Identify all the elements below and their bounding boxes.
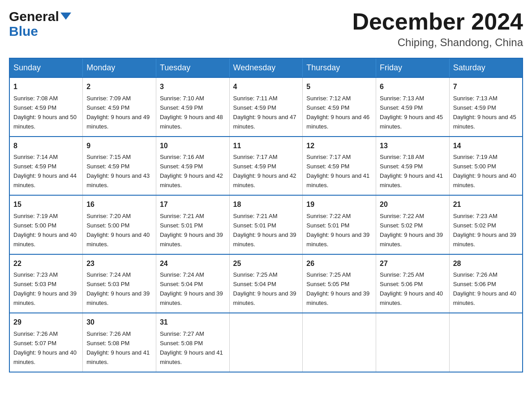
calendar-cell: [303, 313, 376, 372]
day-number: 18: [233, 199, 299, 210]
day-info: Sunrise: 7:21 AMSunset: 5:01 PMDaylight:…: [160, 213, 223, 248]
calendar-cell: 26 Sunrise: 7:25 AMSunset: 5:05 PMDaylig…: [303, 254, 376, 313]
day-number: 30: [86, 317, 152, 328]
day-info: Sunrise: 7:13 AMSunset: 4:59 PMDaylight:…: [380, 95, 443, 130]
day-number: 9: [86, 141, 152, 152]
day-info: Sunrise: 7:25 AMSunset: 5:05 PMDaylight:…: [306, 271, 369, 306]
day-info: Sunrise: 7:19 AMSunset: 5:00 PMDaylight:…: [13, 213, 77, 248]
calendar-cell: 25 Sunrise: 7:25 AMSunset: 5:04 PMDaylig…: [229, 254, 303, 313]
day-info: Sunrise: 7:17 AMSunset: 4:59 PMDaylight:…: [306, 154, 369, 188]
calendar-cell: 1 Sunrise: 7:08 AMSunset: 4:59 PMDayligh…: [9, 77, 83, 136]
day-number: 20: [380, 199, 446, 210]
day-info: Sunrise: 7:26 AMSunset: 5:07 PMDaylight:…: [13, 330, 77, 365]
day-number: 17: [160, 199, 226, 210]
day-info: Sunrise: 7:17 AMSunset: 4:59 PMDaylight:…: [233, 154, 296, 188]
day-info: Sunrise: 7:18 AMSunset: 4:59 PMDaylight:…: [380, 154, 443, 188]
day-info: Sunrise: 7:23 AMSunset: 5:03 PMDaylight:…: [13, 271, 77, 306]
day-number: 11: [233, 141, 299, 152]
day-info: Sunrise: 7:16 AMSunset: 4:59 PMDaylight:…: [160, 154, 223, 188]
day-number: 26: [306, 258, 372, 270]
day-info: Sunrise: 7:09 AMSunset: 4:59 PMDaylight:…: [86, 95, 150, 130]
day-number: 21: [453, 199, 519, 210]
calendar-cell: 9 Sunrise: 7:15 AMSunset: 4:59 PMDayligh…: [83, 137, 156, 195]
calendar-cell: 15 Sunrise: 7:19 AMSunset: 5:00 PMDaylig…: [9, 195, 83, 254]
calendar-cell: 29 Sunrise: 7:26 AMSunset: 5:07 PMDaylig…: [9, 313, 83, 372]
header-tuesday: Tuesday: [156, 58, 229, 77]
day-number: 31: [160, 317, 226, 328]
calendar-week-row: 29 Sunrise: 7:26 AMSunset: 5:07 PMDaylig…: [9, 313, 523, 372]
header-friday: Friday: [376, 58, 450, 77]
day-info: Sunrise: 7:22 AMSunset: 5:02 PMDaylight:…: [380, 213, 443, 248]
logo-triangle-icon: [60, 13, 71, 20]
weekday-header-row: Sunday Monday Tuesday Wednesday Thursday…: [9, 58, 523, 77]
day-info: Sunrise: 7:14 AMSunset: 4:59 PMDaylight:…: [13, 154, 77, 188]
day-number: 28: [453, 258, 519, 270]
day-number: 5: [306, 81, 372, 93]
day-number: 24: [160, 258, 226, 270]
day-info: Sunrise: 7:10 AMSunset: 4:59 PMDaylight:…: [160, 95, 223, 130]
calendar-cell: [229, 313, 303, 372]
day-info: Sunrise: 7:27 AMSunset: 5:08 PMDaylight:…: [160, 330, 223, 365]
header-wednesday: Wednesday: [229, 58, 303, 77]
calendar-cell: 3 Sunrise: 7:10 AMSunset: 4:59 PMDayligh…: [156, 77, 229, 136]
calendar-cell: 8 Sunrise: 7:14 AMSunset: 4:59 PMDayligh…: [9, 137, 83, 195]
day-number: 27: [380, 258, 446, 270]
day-number: 14: [453, 141, 519, 152]
calendar-cell: 5 Sunrise: 7:12 AMSunset: 4:59 PMDayligh…: [303, 77, 376, 136]
day-number: 15: [13, 199, 79, 210]
day-number: 13: [380, 141, 446, 152]
day-number: 10: [160, 141, 226, 152]
day-info: Sunrise: 7:26 AMSunset: 5:08 PMDaylight:…: [86, 330, 150, 365]
day-number: 16: [86, 199, 152, 210]
day-number: 2: [86, 81, 152, 93]
day-number: 1: [13, 81, 79, 93]
calendar-cell: 16 Sunrise: 7:20 AMSunset: 5:00 PMDaylig…: [83, 195, 156, 254]
calendar-week-row: 15 Sunrise: 7:19 AMSunset: 5:00 PMDaylig…: [9, 195, 523, 254]
day-number: 4: [233, 81, 299, 93]
logo: General Blue: [9, 9, 71, 39]
day-number: 25: [233, 258, 299, 270]
calendar-cell: [449, 313, 523, 372]
calendar-cell: 12 Sunrise: 7:17 AMSunset: 4:59 PMDaylig…: [303, 137, 376, 195]
calendar-cell: 10 Sunrise: 7:16 AMSunset: 4:59 PMDaylig…: [156, 137, 229, 195]
calendar-cell: 18 Sunrise: 7:21 AMSunset: 5:01 PMDaylig…: [229, 195, 303, 254]
day-number: 22: [13, 258, 79, 270]
calendar-cell: 27 Sunrise: 7:25 AMSunset: 5:06 PMDaylig…: [376, 254, 450, 313]
calendar-cell: 2 Sunrise: 7:09 AMSunset: 4:59 PMDayligh…: [83, 77, 156, 136]
calendar-cell: 21 Sunrise: 7:23 AMSunset: 5:02 PMDaylig…: [449, 195, 523, 254]
calendar-table: Sunday Monday Tuesday Wednesday Thursday…: [9, 58, 523, 372]
calendar-cell: 13 Sunrise: 7:18 AMSunset: 4:59 PMDaylig…: [376, 137, 450, 195]
day-number: 29: [13, 317, 79, 328]
day-info: Sunrise: 7:12 AMSunset: 4:59 PMDaylight:…: [306, 95, 369, 130]
calendar-cell: 22 Sunrise: 7:23 AMSunset: 5:03 PMDaylig…: [9, 254, 83, 313]
calendar-cell: 30 Sunrise: 7:26 AMSunset: 5:08 PMDaylig…: [83, 313, 156, 372]
location-title: Chiping, Shandong, China: [352, 36, 523, 49]
day-info: Sunrise: 7:20 AMSunset: 5:00 PMDaylight:…: [86, 213, 150, 248]
day-info: Sunrise: 7:24 AMSunset: 5:03 PMDaylight:…: [86, 271, 150, 306]
calendar-cell: 20 Sunrise: 7:22 AMSunset: 5:02 PMDaylig…: [376, 195, 450, 254]
day-info: Sunrise: 7:26 AMSunset: 5:06 PMDaylight:…: [453, 271, 516, 306]
page-header: General Blue December 2024 Chiping, Shan…: [9, 9, 523, 49]
day-info: Sunrise: 7:11 AMSunset: 4:59 PMDaylight:…: [233, 95, 296, 130]
day-info: Sunrise: 7:23 AMSunset: 5:02 PMDaylight:…: [453, 213, 516, 248]
calendar-week-row: 22 Sunrise: 7:23 AMSunset: 5:03 PMDaylig…: [9, 254, 523, 313]
day-number: 6: [380, 81, 446, 93]
logo-line1: General: [9, 9, 71, 24]
calendar-week-row: 8 Sunrise: 7:14 AMSunset: 4:59 PMDayligh…: [9, 137, 523, 195]
calendar-cell: 24 Sunrise: 7:24 AMSunset: 5:04 PMDaylig…: [156, 254, 229, 313]
month-title: December 2024: [352, 9, 523, 34]
day-info: Sunrise: 7:22 AMSunset: 5:01 PMDaylight:…: [306, 213, 369, 248]
day-info: Sunrise: 7:25 AMSunset: 5:06 PMDaylight:…: [380, 271, 443, 306]
header-sunday: Sunday: [9, 58, 83, 77]
calendar-cell: 4 Sunrise: 7:11 AMSunset: 4:59 PMDayligh…: [229, 77, 303, 136]
calendar-cell: 14 Sunrise: 7:19 AMSunset: 5:00 PMDaylig…: [449, 137, 523, 195]
month-title-block: December 2024 Chiping, Shandong, China: [352, 9, 523, 49]
day-info: Sunrise: 7:21 AMSunset: 5:01 PMDaylight:…: [233, 213, 296, 248]
calendar-cell: 23 Sunrise: 7:24 AMSunset: 5:03 PMDaylig…: [83, 254, 156, 313]
calendar-cell: [376, 313, 450, 372]
day-info: Sunrise: 7:13 AMSunset: 4:59 PMDaylight:…: [453, 95, 516, 130]
day-info: Sunrise: 7:08 AMSunset: 4:59 PMDaylight:…: [13, 95, 77, 130]
calendar-cell: 28 Sunrise: 7:26 AMSunset: 5:06 PMDaylig…: [449, 254, 523, 313]
day-number: 7: [453, 81, 519, 93]
day-number: 3: [160, 81, 226, 93]
